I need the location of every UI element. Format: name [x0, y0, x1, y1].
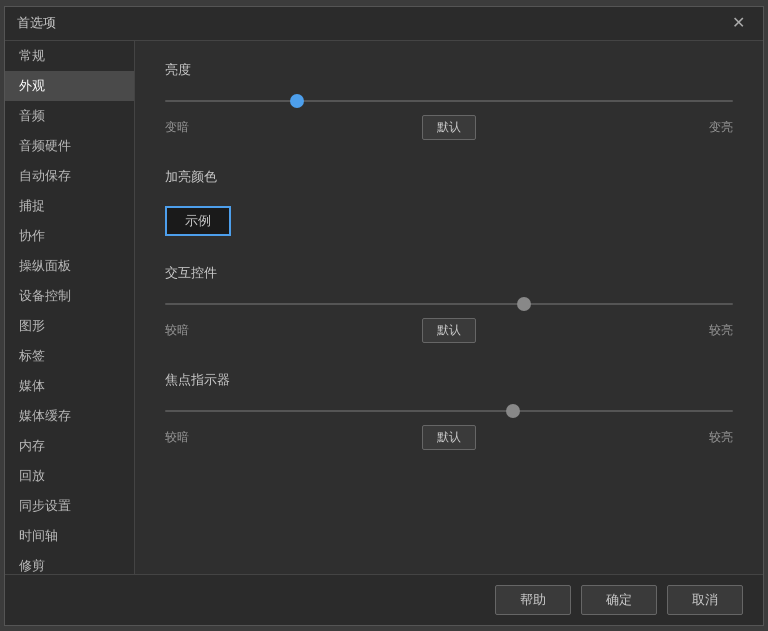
interactive-controls-section: 交互控件 较暗 默认 较亮 — [165, 264, 733, 343]
sidebar-item-trim[interactable]: 修剪 — [5, 551, 134, 574]
focus-indicator-section: 焦点指示器 较暗 默认 较亮 — [165, 371, 733, 450]
sidebar-item-autosave[interactable]: 自动保存 — [5, 161, 134, 191]
brightness-slider-wrapper — [165, 91, 733, 111]
color-swatch[interactable]: 示例 — [165, 206, 231, 236]
sidebar-item-media-cache[interactable]: 媒体缓存 — [5, 401, 134, 431]
sidebar-item-appearance[interactable]: 外观 — [5, 71, 134, 101]
highlight-color-section: 加亮颜色 示例 — [165, 168, 733, 236]
focus-indicator-right-label: 较亮 — [709, 429, 733, 446]
brightness-slider-container[interactable] — [165, 91, 733, 111]
brightness-left-label: 变暗 — [165, 119, 189, 136]
sidebar-item-timeline[interactable]: 时间轴 — [5, 521, 134, 551]
sidebar-item-media[interactable]: 媒体 — [5, 371, 134, 401]
cancel-button[interactable]: 取消 — [667, 585, 743, 615]
focus-indicator-labels: 较暗 默认 较亮 — [165, 425, 733, 450]
interactive-controls-left-label: 较暗 — [165, 322, 189, 339]
focus-indicator-left-label: 较暗 — [165, 429, 189, 446]
sidebar-item-device-control[interactable]: 设备控制 — [5, 281, 134, 311]
interactive-controls-track — [165, 303, 733, 305]
ok-button[interactable]: 确定 — [581, 585, 657, 615]
focus-indicator-thumb[interactable] — [506, 404, 520, 418]
close-button[interactable]: ✕ — [726, 13, 751, 33]
sidebar-item-playback[interactable]: 回放 — [5, 461, 134, 491]
focus-indicator-slider-wrapper — [165, 401, 733, 421]
brightness-section: 亮度 变暗 默认 变亮 — [165, 61, 733, 140]
focus-indicator-title: 焦点指示器 — [165, 371, 733, 389]
brightness-title: 亮度 — [165, 61, 733, 79]
interactive-controls-slider-wrapper — [165, 294, 733, 314]
brightness-default-button[interactable]: 默认 — [422, 115, 476, 140]
focus-indicator-default-button[interactable]: 默认 — [422, 425, 476, 450]
preferences-dialog: 首选项 ✕ 常规外观音频音频硬件自动保存捕捉协作操纵面板设备控制图形标签媒体媒体… — [4, 6, 764, 626]
interactive-controls-slider-container[interactable] — [165, 294, 733, 314]
dialog-footer: 帮助 确定 取消 — [5, 574, 763, 625]
sidebar: 常规外观音频音频硬件自动保存捕捉协作操纵面板设备控制图形标签媒体媒体缓存内存回放… — [5, 41, 135, 574]
interactive-controls-right-label: 较亮 — [709, 322, 733, 339]
sidebar-item-graphics[interactable]: 图形 — [5, 311, 134, 341]
dialog-title: 首选项 — [17, 14, 56, 32]
brightness-thumb[interactable] — [290, 94, 304, 108]
sidebar-item-sync-settings[interactable]: 同步设置 — [5, 491, 134, 521]
highlight-color-title: 加亮颜色 — [165, 168, 733, 186]
sidebar-item-memory[interactable]: 内存 — [5, 431, 134, 461]
help-button[interactable]: 帮助 — [495, 585, 571, 615]
interactive-controls-thumb[interactable] — [517, 297, 531, 311]
sidebar-item-collaboration[interactable]: 协作 — [5, 221, 134, 251]
sidebar-item-general[interactable]: 常规 — [5, 41, 134, 71]
brightness-labels: 变暗 默认 变亮 — [165, 115, 733, 140]
interactive-controls-default-button[interactable]: 默认 — [422, 318, 476, 343]
focus-indicator-slider-container[interactable] — [165, 401, 733, 421]
content-area: 亮度 变暗 默认 变亮 加亮颜色 示例 — [135, 41, 763, 574]
interactive-controls-labels: 较暗 默认 较亮 — [165, 318, 733, 343]
title-bar: 首选项 ✕ — [5, 7, 763, 41]
sidebar-item-control-panel[interactable]: 操纵面板 — [5, 251, 134, 281]
brightness-right-label: 变亮 — [709, 119, 733, 136]
sidebar-item-audio[interactable]: 音频 — [5, 101, 134, 131]
sidebar-item-labels[interactable]: 标签 — [5, 341, 134, 371]
dialog-body: 常规外观音频音频硬件自动保存捕捉协作操纵面板设备控制图形标签媒体媒体缓存内存回放… — [5, 41, 763, 574]
interactive-controls-title: 交互控件 — [165, 264, 733, 282]
brightness-track — [165, 100, 733, 102]
sidebar-item-capture[interactable]: 捕捉 — [5, 191, 134, 221]
sidebar-item-audio-hardware[interactable]: 音频硬件 — [5, 131, 134, 161]
focus-indicator-track — [165, 410, 733, 412]
